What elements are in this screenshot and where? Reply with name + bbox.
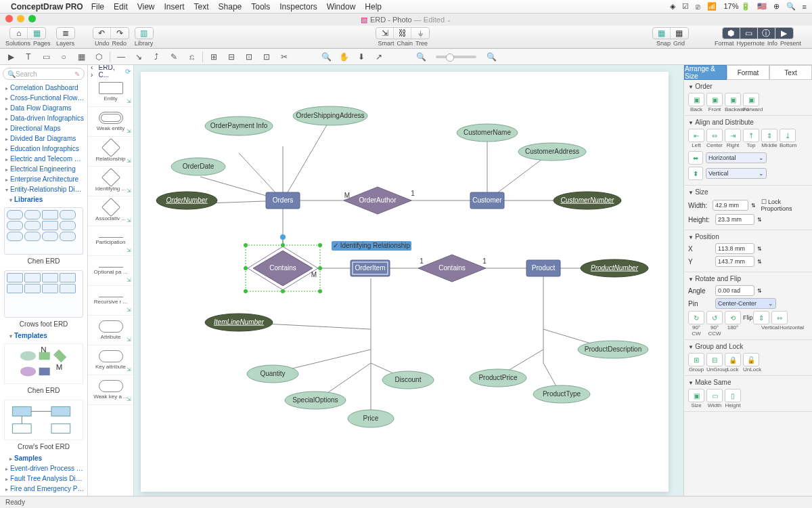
present-button[interactable]: ▶ <box>775 28 793 39</box>
menu-help[interactable]: Help <box>365 2 382 12</box>
tree-item[interactable]: Cross-Functional Flowcharts <box>0 93 87 103</box>
align-tool[interactable]: ⊡ <box>260 51 273 63</box>
eraser-tool[interactable]: ⎌ <box>185 51 198 63</box>
order-back-button[interactable]: ▣ <box>688 93 704 106</box>
stencil-item[interactable]: Identifying ...⇲ <box>88 167 133 196</box>
makesame-section[interactable]: Make Same <box>688 379 808 386</box>
samples-node[interactable]: Samples <box>0 453 87 463</box>
chain-button[interactable]: ⛓ <box>394 28 411 39</box>
ungroup-tool[interactable]: ⊟ <box>225 51 238 63</box>
minimize-button[interactable] <box>17 15 24 22</box>
grid-button[interactable]: ▦ <box>671 28 688 39</box>
align-section[interactable]: Align and Distribute <box>688 119 808 126</box>
solutions-button[interactable]: ⌂ <box>10 28 28 39</box>
lock-proportions-checkbox[interactable]: ☐ Lock Proportions <box>761 198 808 212</box>
tab-text[interactable]: Text <box>769 65 812 80</box>
status-icon[interactable]: ⊕ <box>773 2 780 11</box>
tree-item-erd[interactable]: Entity-Relationship Diagram <box>0 184 87 194</box>
canvas-page[interactable]: OrderPayment Info OrderShippingAddress O… <box>141 72 669 492</box>
layers-button[interactable]: ≣ <box>57 28 74 39</box>
stencil-item[interactable]: Attribute⇲ <box>88 316 133 345</box>
menu-file[interactable]: File <box>91 2 104 12</box>
line-tool[interactable]: — <box>114 51 128 63</box>
angle-input[interactable]: 0.00 rad <box>715 285 754 296</box>
flag-icon[interactable]: 🇺🇸 <box>757 2 767 11</box>
align-right-button[interactable]: ⇥ <box>725 129 741 142</box>
zoom-button[interactable] <box>28 15 36 22</box>
rotate-ccw-button[interactable]: ↺ <box>706 311 723 324</box>
hand-tool[interactable]: ✋ <box>337 51 351 63</box>
align-top-button[interactable]: ⤒ <box>743 129 759 142</box>
shape-tool[interactable]: ▦ <box>74 51 88 63</box>
menu-view[interactable]: View <box>137 2 155 12</box>
rotate-section[interactable]: Rotate and Flip <box>688 275 808 282</box>
pages-button[interactable]: ▦ <box>28 28 45 39</box>
tab-format[interactable]: Format <box>727 65 769 80</box>
group-button[interactable]: ⊞ <box>688 353 704 366</box>
same-height-button[interactable]: ▯ <box>725 389 741 402</box>
menu-tools[interactable]: Tools <box>251 2 270 12</box>
size-section[interactable]: Size <box>688 188 808 196</box>
stencil-item[interactable]: Entity⇲ <box>88 77 133 107</box>
order-front-button[interactable]: ▣ <box>706 93 723 106</box>
order-backward-button[interactable]: ▣ <box>725 93 741 106</box>
status-icon[interactable]: ◈ <box>670 2 675 11</box>
stencil-breadcrumb[interactable]: ‹ › ERD, C...⟳ <box>88 65 133 77</box>
tree-item[interactable]: Data Flow Diagrams <box>0 103 87 113</box>
tree-item[interactable]: Electric and Telecom Plans <box>0 154 87 164</box>
menu-text[interactable]: Text <box>194 2 209 12</box>
rotate-180-button[interactable]: ⟲ <box>725 311 741 324</box>
tree-item[interactable]: Correlation Dashboard <box>0 83 87 93</box>
lock-button[interactable]: 🔒 <box>725 353 741 366</box>
library-preview[interactable] <box>4 270 83 318</box>
group-section[interactable]: Group and Lock <box>688 343 808 350</box>
order-section[interactable]: Order <box>688 83 808 90</box>
download-icon[interactable]: ⬇ <box>355 51 368 63</box>
height-input[interactable]: 23.3 mm <box>715 214 754 225</box>
stencil-item[interactable]: Recursive r ...⇲ <box>88 286 133 316</box>
tree-item[interactable]: Enterprise Architecture <box>0 174 87 184</box>
format-button[interactable]: ⬢ <box>723 28 740 39</box>
align-tool[interactable]: ⊡ <box>242 51 256 63</box>
tree-item[interactable]: Event-driven Process Chain <box>0 463 87 473</box>
redo-button[interactable]: ↷ <box>111 28 129 39</box>
undo-button[interactable]: ↶ <box>93 28 111 39</box>
align-left-button[interactable]: ⇤ <box>688 129 704 142</box>
menu-shape[interactable]: Shape <box>219 2 242 12</box>
order-forward-button[interactable]: ▣ <box>743 93 759 106</box>
align-center-button[interactable]: ⇔ <box>706 129 723 142</box>
select-tool[interactable]: ▶ <box>4 51 18 63</box>
template-preview[interactable] <box>4 400 83 440</box>
stencil-item[interactable]: Weak entity⇲ <box>88 107 133 137</box>
menu-edit[interactable]: Edit <box>114 2 128 12</box>
tree-button[interactable]: ⏚ <box>411 28 429 39</box>
menu-inspectors[interactable]: Inspectors <box>279 2 317 12</box>
stencil-item[interactable]: Key attribute⇲ <box>88 345 133 375</box>
tree-item[interactable]: Divided Bar Diagrams <box>0 133 87 144</box>
flip-v-button[interactable]: ⇕ <box>753 311 769 324</box>
unlock-button[interactable]: 🔓 <box>743 353 759 366</box>
status-icon[interactable]: ☑ <box>682 2 689 11</box>
tab-arrange[interactable]: Arrange & Size <box>684 65 727 80</box>
zoom-tool[interactable]: 🔍 <box>319 51 333 63</box>
distribute-h-select[interactable]: Horizontal⌄ <box>706 152 767 163</box>
app-name[interactable]: ConceptDraw PRO <box>11 2 83 12</box>
position-section[interactable]: Position <box>688 233 808 240</box>
x-input[interactable]: 113.8 mm <box>715 243 754 254</box>
zoom-in-icon[interactable]: 🔍 <box>484 51 498 63</box>
stencil-item[interactable]: Associativ ...⇲ <box>88 196 133 226</box>
stencil-item[interactable]: Optional pa ...⇲ <box>88 256 133 286</box>
battery-status[interactable]: 17% 🔋 <box>723 2 750 11</box>
pencil-tool[interactable]: ✎ <box>167 51 181 63</box>
libraries-node[interactable]: Libraries <box>0 194 87 205</box>
close-button[interactable] <box>5 15 13 22</box>
same-width-button[interactable]: ▭ <box>706 389 723 402</box>
rect-tool[interactable]: ▭ <box>39 51 53 63</box>
text-tool[interactable]: T <box>22 51 35 63</box>
width-input[interactable]: 42.9 mm <box>713 200 748 211</box>
menu-extra-icon[interactable]: ≡ <box>803 3 807 11</box>
spotlight-icon[interactable]: 🔍 <box>786 2 796 11</box>
library-button[interactable]: ▥ <box>135 28 153 39</box>
wifi-icon[interactable]: 📶 <box>707 2 717 11</box>
templates-node[interactable]: Templates <box>0 331 87 341</box>
